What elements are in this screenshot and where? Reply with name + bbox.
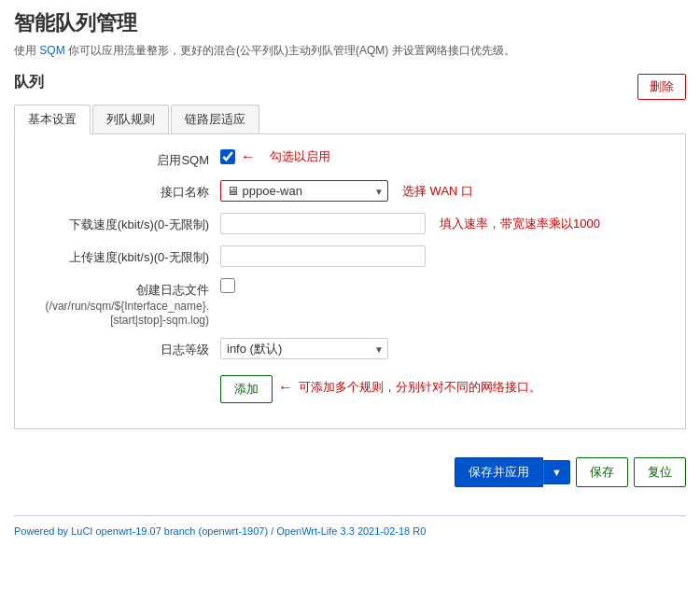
upload-speed-control: 30000 bbox=[220, 245, 666, 267]
log-level-label: 日志等级 bbox=[34, 338, 220, 358]
add-button-label-spacer bbox=[34, 371, 220, 374]
save-apply-button[interactable]: 保存并应用 bbox=[455, 457, 543, 487]
upload-speed-label: 上传速度(kbit/s)(0-无限制) bbox=[34, 245, 220, 266]
save-button[interactable]: 保存 bbox=[576, 457, 628, 487]
add-button-row: 添加 ← 可添加多个规则，分别针对不同的网络接口。 bbox=[34, 371, 666, 403]
log-file-checkbox[interactable] bbox=[220, 278, 235, 293]
log-level-select-wrapper: info (默认) debug warning error ▼ bbox=[220, 338, 388, 359]
page-container: 智能队列管理 使用 SQM 你可以应用流量整形，更好的混合(公平列队)主动列队管… bbox=[0, 0, 700, 554]
enable-sqm-control: ← 勾选以启用 bbox=[220, 148, 666, 165]
download-speed-note-text: 填入速率，带宽速率乘以1000 bbox=[440, 216, 600, 232]
page-title: 智能队列管理 bbox=[14, 9, 686, 37]
enable-sqm-checkbox-row: ← bbox=[220, 148, 256, 165]
log-file-row: 创建日志文件 (/var/run/sqm/${Interface_name}.[… bbox=[34, 278, 666, 327]
delete-button[interactable]: 删除 bbox=[637, 74, 686, 100]
add-button[interactable]: 添加 bbox=[220, 375, 273, 403]
footer-text: Powered by LuCI openwrt-19.07 branch (op… bbox=[14, 525, 426, 537]
enable-sqm-label: 启用SQM bbox=[34, 148, 220, 169]
dropdown-arrow-icon: ▼ bbox=[552, 467, 562, 478]
log-file-control bbox=[220, 278, 666, 293]
queue-header: 队列 删除 bbox=[14, 73, 686, 100]
log-file-label: 创建日志文件 (/var/run/sqm/${Interface_name}.[… bbox=[34, 278, 220, 327]
enable-sqm-note-text: 勾选以启用 bbox=[270, 148, 330, 165]
interface-control: 🖥 pppoe-wan ▼ 选择 WAN 口 bbox=[220, 180, 666, 202]
log-level-select[interactable]: info (默认) debug warning error bbox=[220, 338, 388, 359]
interface-note-text: 选择 WAN 口 bbox=[402, 183, 473, 200]
log-level-control: info (默认) debug warning error ▼ bbox=[220, 338, 666, 359]
enable-sqm-row: 启用SQM ← 勾选以启用 bbox=[34, 148, 666, 169]
upload-speed-input[interactable]: 30000 bbox=[220, 245, 426, 267]
tabs-bar: 基本设置 列队规则 链路层适应 bbox=[14, 105, 686, 134]
enable-sqm-checkbox[interactable] bbox=[220, 149, 235, 164]
download-speed-input[interactable]: 300000 bbox=[220, 213, 426, 234]
interface-select-wrapper: 🖥 pppoe-wan ▼ bbox=[220, 180, 388, 202]
sqm-link[interactable]: SQM bbox=[39, 44, 64, 57]
arrow-icon-enable: ← bbox=[241, 148, 256, 165]
page-description: 使用 SQM 你可以应用流量整形，更好的混合(公平列队)主动列队管理(AQM) … bbox=[14, 42, 686, 59]
reset-button[interactable]: 复位 bbox=[634, 457, 686, 487]
bottom-actions: 保存并应用 ▼ 保存 复位 bbox=[14, 448, 686, 497]
interface-select[interactable]: 🖥 pppoe-wan bbox=[220, 180, 388, 202]
queue-section-title: 队列 bbox=[14, 73, 44, 92]
download-speed-label: 下载速度(kbit/s)(0-无限制) bbox=[34, 213, 220, 233]
add-button-control: 添加 ← 可添加多个规则，分别针对不同的网络接口。 bbox=[220, 371, 666, 403]
interface-label: 接口名称 bbox=[34, 180, 220, 201]
tab-queue-rules[interactable]: 列队规则 bbox=[92, 105, 169, 133]
interface-note: 选择 WAN 口 bbox=[402, 183, 473, 200]
download-speed-control: 300000 填入速率，带宽速率乘以1000 bbox=[220, 213, 666, 234]
add-note-text: 可添加多个规则，分别针对不同的网络接口。 bbox=[299, 379, 541, 396]
log-level-row: 日志等级 info (默认) debug warning error ▼ bbox=[34, 338, 666, 359]
arrow-icon-add: ← bbox=[278, 379, 293, 396]
upload-speed-row: 上传速度(kbit/s)(0-无限制) 30000 bbox=[34, 245, 666, 267]
log-file-sub-label: (/var/run/sqm/${Interface_name}.[start|s… bbox=[46, 300, 209, 327]
log-file-main-label: 创建日志文件 bbox=[136, 283, 209, 297]
footer-bar: Powered by LuCI openwrt-19.07 branch (op… bbox=[14, 515, 686, 545]
download-speed-note: 填入速率，带宽速率乘以1000 bbox=[440, 216, 600, 232]
enable-sqm-note: 勾选以启用 bbox=[270, 148, 330, 165]
interface-row: 接口名称 🖥 pppoe-wan ▼ 选择 WAN 口 bbox=[34, 180, 666, 202]
download-speed-row: 下载速度(kbit/s)(0-无限制) 300000 填入速率，带宽速率乘以10… bbox=[34, 213, 666, 234]
tab-link-layer[interactable]: 链路层适应 bbox=[171, 105, 259, 133]
save-apply-dropdown-button[interactable]: ▼ bbox=[543, 460, 570, 484]
tab-basic-settings[interactable]: 基本设置 bbox=[14, 105, 91, 134]
form-panel: 启用SQM ← 勾选以启用 接口名称 🖥 pppoe-wan ▼ bbox=[14, 134, 686, 429]
